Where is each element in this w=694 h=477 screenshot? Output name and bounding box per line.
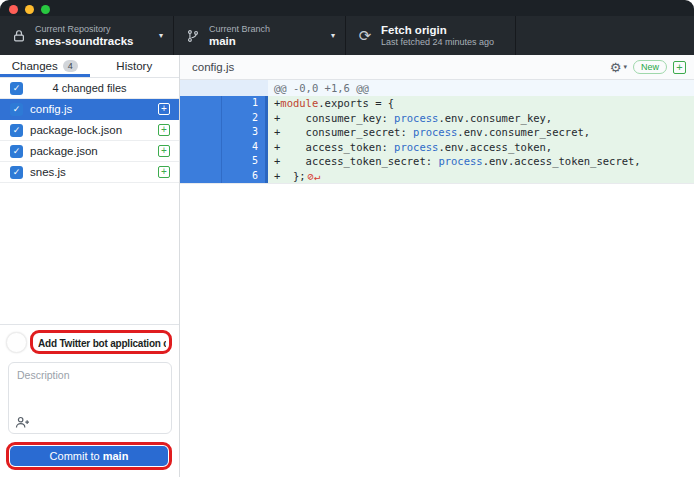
chevron-down-icon: ▾ <box>153 31 163 40</box>
file-added-icon: + <box>158 166 170 178</box>
sidebar-spacer <box>0 183 179 324</box>
line-code: + access_token: process.env.access_token… <box>268 140 694 155</box>
tab-history-label: History <box>116 60 152 72</box>
line-code: + consumer_key: process.env.consumer_key… <box>268 111 694 126</box>
commit-button-branch: main <box>103 450 129 462</box>
chevron-down-icon: ▾ <box>325 31 335 40</box>
tab-history[interactable]: History <box>90 55 180 77</box>
line-gutter[interactable]: 3 <box>180 125 268 140</box>
commit-summary-input[interactable] <box>35 336 167 351</box>
repository-name: snes-soundtracks <box>35 35 133 48</box>
sync-icon: ⟳ <box>356 28 374 43</box>
annotation-highlight-commit: Commit to main <box>6 442 172 470</box>
branch-icon <box>184 29 202 43</box>
hunk-header-text: @@ -0,0 +1,6 @@ <box>268 80 694 96</box>
file-name: package.json <box>30 145 98 157</box>
branch-label: Current Branch <box>209 24 270 35</box>
annotation-highlight-summary <box>30 330 172 354</box>
line-number: 4 <box>222 140 265 155</box>
branch-name: main <box>209 35 270 48</box>
file-checkbox[interactable]: ✓ <box>10 124 23 137</box>
line-gutter[interactable]: 1 <box>180 96 268 111</box>
new-file-badge: New <box>633 60 667 74</box>
sidebar-tabs: Changes 4 History <box>0 55 179 78</box>
expand-diff-button[interactable]: + <box>673 61 686 74</box>
diff-line-4: 4 + access_token: process.env.access_tok… <box>180 140 694 155</box>
fetch-label: Fetch origin <box>381 24 494 37</box>
diff-line-6: 6 + };⊘↵ <box>180 169 694 184</box>
file-checkbox[interactable]: ✓ <box>10 103 23 116</box>
line-number: 6 <box>222 169 265 184</box>
diff-panel: config.js ⚙ ▾ New + @@ -0,0 +1,6 @@ 1 <box>180 55 694 477</box>
changes-sidebar: Changes 4 History ✓ 4 changed files ✓ co… <box>0 55 180 477</box>
commit-button-label: Commit to <box>50 450 100 462</box>
diff-empty-area <box>180 183 694 477</box>
diff-line-1: 1 +module.exports = { <box>180 96 694 111</box>
zoom-window-button[interactable] <box>41 5 50 14</box>
fetch-origin-button[interactable]: ⟳ Fetch origin Last fetched 24 minutes a… <box>345 16 515 55</box>
github-desktop-window: Current Repository snes-soundtracks ▾ Cu… <box>0 0 694 477</box>
changed-files-count: 4 changed files <box>0 82 179 94</box>
hunk-gutter <box>180 80 268 96</box>
tab-changes-label: Changes <box>12 60 58 72</box>
chevron-down-icon: ▾ <box>623 63 627 71</box>
minimize-window-button[interactable] <box>25 5 34 14</box>
line-code: + };⊘↵ <box>268 169 694 184</box>
file-checkbox[interactable]: ✓ <box>10 145 23 158</box>
commit-description-box <box>8 362 172 434</box>
select-all-checkbox[interactable]: ✓ <box>10 82 23 95</box>
diff-line-3: 3 + consumer_secret: process.env.consume… <box>180 125 694 140</box>
fetch-sublabel: Last fetched 24 minutes ago <box>381 37 494 48</box>
line-gutter[interactable]: 5 <box>180 154 268 169</box>
line-code: + consumer_secret: process.env.consumer_… <box>268 125 694 140</box>
current-branch-button[interactable]: Current Branch main ▾ <box>173 16 345 55</box>
line-gutter[interactable]: 2 <box>180 111 268 126</box>
line-number: 5 <box>222 154 265 169</box>
diff-header: config.js ⚙ ▾ New + <box>180 55 694 80</box>
file-checkbox[interactable]: ✓ <box>10 166 23 179</box>
diff-options-button[interactable]: ⚙ ▾ <box>610 60 627 75</box>
repository-label: Current Repository <box>35 24 133 35</box>
file-row-package-json[interactable]: ✓ package.json + <box>0 141 179 162</box>
gear-icon: ⚙ <box>610 60 622 75</box>
diff-line-5: 5 + access_token_secret: process.env.acc… <box>180 154 694 169</box>
file-name: package-lock.json <box>30 124 122 136</box>
file-row-snes-js[interactable]: ✓ snes.js + <box>0 162 179 183</box>
file-row-config-js[interactable]: ✓ config.js + <box>0 99 179 120</box>
line-code: + access_token_secret: process.env.acces… <box>268 154 694 169</box>
file-name: snes.js <box>30 166 66 178</box>
file-added-icon: + <box>158 103 170 115</box>
changed-files-header: ✓ 4 changed files <box>0 78 179 99</box>
tab-changes[interactable]: Changes 4 <box>0 55 90 77</box>
diff-line-2: 2 + consumer_key: process.env.consumer_k… <box>180 111 694 126</box>
titlebar <box>0 0 694 16</box>
file-row-package-lock-json[interactable]: ✓ package-lock.json + <box>0 120 179 141</box>
diff-body: @@ -0,0 +1,6 @@ 1 +module.exports = { 2 … <box>180 80 694 183</box>
line-code: +module.exports = { <box>268 96 694 111</box>
file-added-icon: + <box>158 145 170 157</box>
lock-icon <box>10 29 28 43</box>
commit-form: Commit to main <box>0 324 179 477</box>
line-gutter[interactable]: 6 <box>180 169 268 184</box>
line-gutter[interactable]: 4 <box>180 140 268 155</box>
no-newline-icon: ⊘↵ <box>306 170 321 182</box>
file-name: config.js <box>30 103 72 115</box>
changes-count-badge: 4 <box>63 60 78 72</box>
toolbar-spacer <box>515 16 694 55</box>
line-number: 1 <box>222 96 265 111</box>
line-number: 3 <box>222 125 265 140</box>
file-added-icon: + <box>158 124 170 136</box>
toolbar: Current Repository snes-soundtracks ▾ Cu… <box>0 16 694 55</box>
commit-to-main-button[interactable]: Commit to main <box>10 446 168 466</box>
close-window-button[interactable] <box>9 5 18 14</box>
line-number: 2 <box>222 111 265 126</box>
hunk-header-row: @@ -0,0 +1,6 @@ <box>180 80 694 96</box>
diff-file-name: config.js <box>192 61 234 73</box>
commit-description-input[interactable] <box>9 363 171 413</box>
current-repository-button[interactable]: Current Repository snes-soundtracks ▾ <box>0 16 173 55</box>
avatar <box>6 332 27 353</box>
add-coauthor-button[interactable] <box>15 416 30 429</box>
